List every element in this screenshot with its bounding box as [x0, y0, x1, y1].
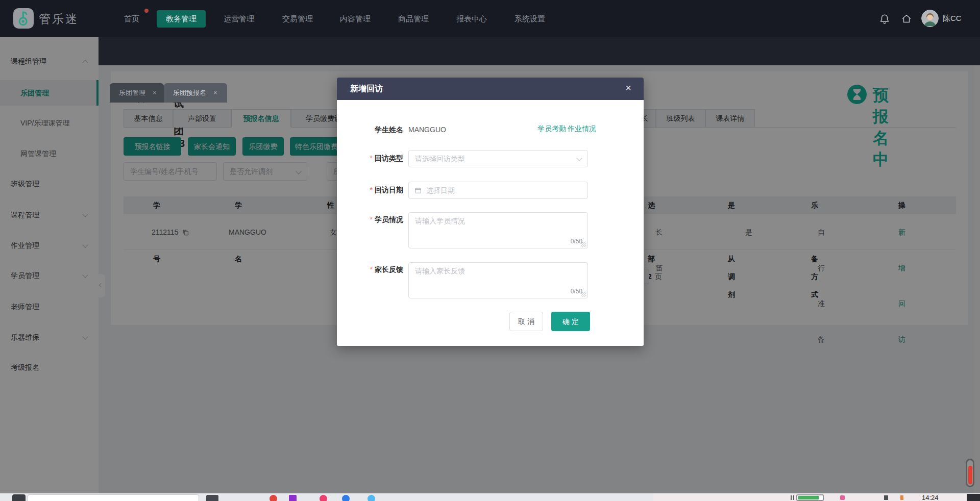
char-counter: 0/50: [571, 238, 582, 245]
char-counter: 0/50: [571, 288, 582, 295]
nav-item-academic-active[interactable]: 教务管理: [157, 10, 206, 28]
workspace-tab-strip: 乐团管理× 乐团预报名×: [99, 37, 980, 65]
nav-item-transaction[interactable]: 交易管理: [282, 0, 313, 37]
dialog-header: 新增回访 ×: [337, 78, 644, 100]
red-scroll-indicator[interactable]: [966, 459, 974, 487]
taskbar-app-icon-dark[interactable]: [206, 495, 218, 501]
nav-item-report-center[interactable]: 报表中心: [456, 0, 487, 37]
attendance-link[interactable]: 学员考勤: [537, 124, 566, 134]
workspace-tab-orchestra[interactable]: 乐团管理×: [110, 83, 164, 103]
taskbar-app-icon-purple[interactable]: [289, 495, 297, 501]
nav-item-content[interactable]: 内容管理: [339, 0, 371, 37]
taskbar-app-icon-red[interactable]: [270, 495, 277, 501]
nav-item-operation[interactable]: 运营管理: [223, 0, 255, 37]
student-name-label: 学生姓名: [337, 126, 403, 135]
chevron-down-icon: [576, 155, 582, 161]
close-icon[interactable]: ×: [153, 89, 157, 96]
red-indicator-bar: [968, 466, 972, 484]
home-icon[interactable]: [901, 13, 912, 27]
resize-handle[interactable]: [581, 242, 586, 247]
taskbar-search-input[interactable]: [28, 494, 199, 501]
top-navbar: 管乐迷 首页 教务管理 运营管理 交易管理 内容管理 商品管理 报表中心 系统设…: [0, 0, 980, 37]
tray-icon-dark[interactable]: [884, 495, 888, 500]
parent-feedback-label: *家长反馈: [337, 265, 403, 274]
calendar-icon: [414, 186, 422, 196]
taskbar-app-icon-blue[interactable]: [342, 495, 350, 501]
bell-icon[interactable]: [879, 13, 890, 27]
student-situation-textarea[interactable]: 请输入学员情况 0/50: [408, 212, 588, 248]
brand-name: 管乐迷: [39, 11, 79, 27]
close-icon[interactable]: ×: [213, 89, 217, 96]
student-name-value: MANGGUO: [408, 126, 446, 134]
user-name[interactable]: 陈CC: [943, 14, 962, 23]
add-follow-up-dialog: 新增回访 × 学生姓名 MANGGUO 学员考勤 作业情况 *回访类型 请选择回…: [337, 78, 644, 346]
taskbar-clock[interactable]: 14:24: [922, 494, 939, 501]
nav-item-system-settings[interactable]: 系统设置: [514, 0, 546, 37]
follow-up-type-label: *回访类型: [337, 154, 403, 163]
app-logo-icon: [13, 8, 34, 29]
confirm-button[interactable]: 确 定: [551, 312, 590, 331]
follow-up-date-label: *回访日期: [337, 186, 403, 195]
cancel-button[interactable]: 取 消: [509, 312, 543, 331]
workspace-tab-pre-registration[interactable]: 乐团预报名×: [164, 83, 227, 103]
tray-pause-bars: [793, 495, 794, 500]
start-button-icon[interactable]: [12, 494, 26, 501]
homework-status-link[interactable]: 作业情况: [568, 124, 596, 134]
application-window: 课程组管理 乐团管理 VIP/乐理课管理 网管课管理 班级管理 课程管理 作业管…: [0, 0, 980, 501]
taskbar-app-icon-lightblue[interactable]: [368, 495, 375, 501]
tray-icon-pink[interactable]: [840, 495, 845, 500]
nav-item-home[interactable]: 首页: [117, 0, 146, 37]
dialog-title: 新增回访: [350, 84, 383, 94]
tray-icon-orange[interactable]: [900, 495, 903, 500]
student-situation-label: *学员情况: [337, 215, 403, 224]
dialog-close-icon[interactable]: ×: [625, 82, 631, 94]
tray-pause-bars: [791, 495, 792, 500]
os-taskbar: 14:24: [0, 493, 980, 501]
resize-handle[interactable]: [581, 292, 586, 297]
parent-feedback-textarea[interactable]: 请输入家长反馈 0/50: [408, 262, 588, 298]
show-desktop-button[interactable]: [967, 494, 980, 501]
avatar[interactable]: [921, 10, 939, 27]
taskbar-app-icon-pink[interactable]: [320, 495, 327, 501]
notification-dot: [144, 9, 149, 13]
follow-up-date-input[interactable]: 选择日期: [408, 182, 588, 199]
follow-up-type-select[interactable]: 请选择回访类型: [408, 150, 588, 167]
battery-indicator-icon[interactable]: [796, 494, 824, 501]
nav-item-goods[interactable]: 商品管理: [398, 0, 429, 37]
